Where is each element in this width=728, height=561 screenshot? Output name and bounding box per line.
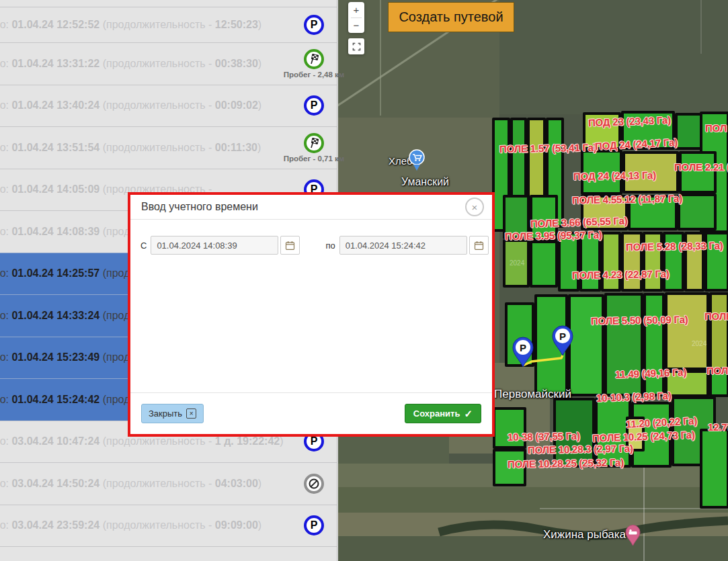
shop-marker-icon[interactable] — [408, 149, 426, 172]
event-text: по: 01.04.24 13:31:22 (продолжительность… — [0, 58, 295, 70]
event-text: по: 01.04.24 13:40:24 (продолжительность… — [0, 99, 295, 112]
event-icons: Пробег - 0,71 км — [295, 133, 333, 163]
field-label: ПОЛЕ 4.55.12 (11,87 Га) — [572, 193, 682, 206]
create-waybill-button[interactable]: Создать путевой — [388, 2, 514, 32]
place-label-umansky: Уманский — [401, 176, 449, 188]
event-icons: P — [295, 15, 333, 35]
field-label: ПОЛЕ 10.28.25 (25,32 Га) — [508, 456, 624, 470]
field-label: ПОЛЕ 5.28 (28,33 Га) — [626, 240, 723, 253]
field-label: ПОЛ — [705, 122, 727, 134]
zoom-control: + − — [348, 2, 364, 33]
lodging-marker-icon[interactable] — [624, 525, 641, 546]
place-label-pervomaysky: Первомайский — [494, 388, 571, 401]
parking-icon: P — [304, 515, 324, 535]
list-item[interactable]: по: 03.04.24 23:59:24 (продолжительность… — [0, 505, 337, 547]
to-date-input[interactable] — [339, 236, 467, 255]
list-item[interactable]: по: 01.04.24 12:52:52 (продолжительность… — [0, 7, 337, 42]
to-calendar-button[interactable] — [469, 236, 489, 255]
event-icons: P — [295, 95, 333, 116]
modal-footer: Закрыть× Сохранить✓ — [130, 392, 492, 434]
calendar-icon — [474, 241, 484, 251]
event-text: по: 01.04.24 13:51:54 (продолжительность… — [0, 142, 295, 154]
field-label: ПОД 24 (24,13 Га) — [573, 169, 656, 182]
parking-pin[interactable]: P — [510, 337, 536, 368]
event-text: по: 03.04.24 23:59:24 (продолжительность… — [0, 519, 295, 531]
list-item — [0, 546, 337, 561]
list-item[interactable]: по: 01.04.24 13:51:54 (продолжительность… — [0, 126, 337, 169]
svg-text:P: P — [520, 342, 526, 353]
field-label: ПОЛЕ 5.50 (50,09 Га) — [591, 314, 688, 327]
modal-close-button[interactable]: × — [465, 198, 484, 216]
no-data-icon — [304, 474, 324, 494]
fullscreen-button[interactable] — [348, 38, 364, 54]
field-label: ПОЛЕ 1.57 (53,41 Га) — [499, 142, 597, 155]
time-entry-modal: Ввод учетного времени × С по — [128, 192, 495, 437]
mileage-label: Пробег - 0,71 км — [284, 155, 345, 163]
from-label: С — [140, 241, 147, 251]
to-label: по — [325, 241, 335, 251]
parking-icon: P — [304, 15, 324, 35]
save-button[interactable]: Сохранить✓ — [405, 404, 481, 423]
field-label: ПОЛЕ 4.23 (22,87 Га) — [572, 268, 670, 282]
zoom-in-button[interactable]: + — [348, 2, 364, 17]
check-icon: ✓ — [464, 408, 473, 420]
from-date-input[interactable] — [151, 236, 278, 255]
field-label: 10-38 (37,55 Га) — [508, 430, 580, 443]
modal-title: Ввод учетного времени — [141, 201, 258, 213]
finish-flag-icon — [304, 49, 324, 69]
field-label: ПОЛЕ — [704, 310, 728, 322]
svg-text:P: P — [559, 331, 566, 342]
field-label: ПОЛЕ 2.21 (2 — [674, 161, 728, 173]
field-label: 12.77 — [708, 421, 728, 433]
list-item[interactable]: по: 03.04.24 14:50:24 (продолжительность… — [0, 462, 337, 505]
place-label-hizhina: Хижина рыбака — [543, 528, 626, 542]
mileage-label: Пробег - 2,48 км — [284, 71, 345, 79]
calendar-icon — [285, 241, 295, 251]
parking-icon: P — [304, 95, 324, 116]
map-watermark: 2024 — [510, 259, 524, 267]
finish-flag-icon — [304, 133, 324, 153]
list-item[interactable]: по: 01.04.24 13:31:22 (продолжительность… — [0, 42, 337, 85]
modal-body: С по — [130, 220, 492, 392]
close-button[interactable]: Закрыть× — [141, 404, 204, 423]
event-text: по: 01.04.24 12:52:52 (продолжительность… — [0, 19, 295, 31]
from-calendar-button[interactable] — [280, 236, 300, 255]
field-label: ПОЛЕ 10.28.3 (2,97 Га) — [528, 443, 633, 456]
field-label: ПОЛЕ 3.95 (95,37 Га) — [505, 229, 602, 243]
field-label: ПОЛ — [706, 365, 728, 376]
fullscreen-icon — [352, 42, 361, 51]
event-text: по: 03.04.24 14:50:24 (продолжительность… — [0, 478, 295, 490]
modal-header: Ввод учетного времени × — [130, 195, 492, 220]
event-icons — [295, 474, 333, 494]
zoom-out-button[interactable]: − — [348, 18, 364, 34]
close-icon: × — [472, 202, 478, 212]
close-x-icon: × — [186, 408, 196, 419]
date-range-row: С по — [140, 236, 492, 255]
event-icons: P — [295, 515, 333, 535]
map-watermark: 2024 — [692, 340, 706, 347]
event-text: по: 03.04.24 10:47:24 (продолжительность… — [0, 435, 295, 447]
event-icons: Пробег - 2,48 км — [295, 49, 333, 79]
parking-pin[interactable]: P — [550, 325, 575, 356]
list-item[interactable]: по: 01.04.24 13:40:24 (продолжительность… — [0, 85, 337, 127]
